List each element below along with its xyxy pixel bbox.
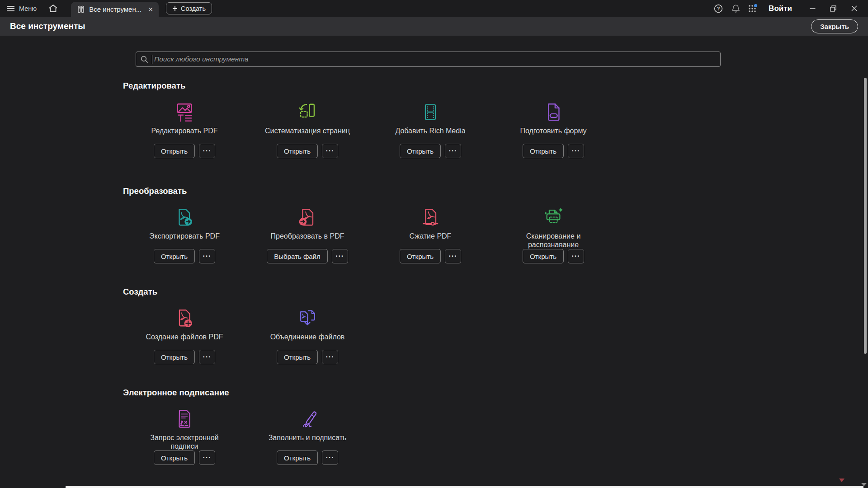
menu-button[interactable]: Меню	[0, 0, 43, 17]
restore-icon	[830, 5, 836, 12]
open-button[interactable]: Открыть	[154, 450, 195, 465]
menu-label: Меню	[19, 5, 37, 12]
apps-grid-button[interactable]	[744, 0, 761, 17]
tool-label: Объединение файлов	[270, 333, 345, 342]
minimize-icon	[810, 5, 816, 11]
tool-compress-pdf[interactable]: Сжатие PDF Открыть ···	[369, 207, 492, 263]
open-button[interactable]: Открыть	[277, 450, 318, 465]
titlebar-right: ? Войти	[710, 0, 868, 17]
page-title: Все инструменты	[10, 21, 85, 31]
tab-all-tools[interactable]: Все инструмен... ✕	[71, 2, 159, 17]
open-button[interactable]: Открыть	[277, 350, 318, 364]
tool-label: Систематизация страниц	[265, 127, 350, 136]
tab-title: Все инструмен...	[89, 5, 142, 13]
tools-row: Экспортировать PDF Открыть ···	[123, 207, 868, 263]
organize-pages-icon	[297, 102, 318, 122]
tool-label: Добавить Rich Media	[395, 127, 465, 136]
signin-button[interactable]: Войти	[761, 4, 802, 13]
tool-create-pdf[interactable]: Создание файлов PDF Открыть ···	[123, 308, 246, 364]
tool-prepare-form[interactable]: Подготовить форму Открыть ···	[492, 102, 615, 158]
section-create: Создать Создание файлов PDF Открыть	[123, 287, 868, 364]
tools-row: Редактировать PDF Открыть ···	[123, 102, 868, 158]
window-restore-button[interactable]	[823, 0, 844, 17]
tool-scan-ocr[interactable]: Сканирование и распознавание Открыть ···	[492, 207, 615, 263]
home-button[interactable]	[43, 0, 63, 17]
tool-fill-sign[interactable]: Заполнить и подписать Открыть ···	[246, 408, 369, 465]
content: Редактировать Редактировать PDF	[0, 36, 868, 488]
more-options-button[interactable]: ···	[322, 144, 338, 158]
svg-text:?: ?	[717, 6, 720, 11]
more-options-button[interactable]: ···	[199, 450, 215, 465]
tool-label: Создание файлов PDF	[146, 333, 223, 342]
more-options-button[interactable]: ···	[199, 249, 215, 263]
tool-convert-to-pdf[interactable]: Преобразовать в PDF Выбрать файл ···	[246, 207, 369, 263]
window-minimize-button[interactable]	[802, 0, 823, 17]
bell-icon	[731, 4, 740, 13]
all-tools-icon	[77, 5, 85, 13]
create-button[interactable]: Создать	[166, 2, 212, 14]
tool-label: Заполнить и подписать	[269, 434, 347, 442]
tool-label: Преобразовать в PDF	[271, 232, 344, 241]
search-input[interactable]	[154, 52, 720, 66]
tool-edit-pdf[interactable]: Редактировать PDF Открыть ···	[123, 102, 246, 158]
open-button[interactable]: Открыть	[277, 144, 318, 158]
tool-export-pdf[interactable]: Экспортировать PDF Открыть ···	[123, 207, 246, 263]
more-options-button[interactable]: ···	[445, 249, 461, 263]
tool-label: Сжатие PDF	[410, 232, 452, 241]
more-options-button[interactable]: ···	[322, 450, 338, 465]
tab-close-icon[interactable]: ✕	[148, 6, 153, 13]
more-options-button[interactable]: ···	[199, 350, 215, 364]
notifications-button[interactable]	[727, 0, 744, 17]
create-pdf-icon	[174, 308, 195, 328]
tools-row: Создание файлов PDF Открыть ···	[123, 308, 868, 364]
scroll-indicator-icon[interactable]	[839, 479, 844, 482]
combine-files-icon	[297, 308, 318, 328]
more-options-button[interactable]: ···	[568, 144, 584, 158]
more-options-button[interactable]: ···	[199, 144, 215, 158]
tool-label: Редактировать PDF	[151, 127, 218, 136]
scrollbar-thumb[interactable]	[864, 78, 867, 354]
create-label: Создать	[181, 5, 206, 12]
more-options-button[interactable]: ···	[568, 249, 584, 263]
close-icon	[851, 5, 857, 11]
search-bar	[136, 52, 721, 67]
choose-file-button[interactable]: Выбрать файл	[267, 249, 327, 263]
tool-rich-media[interactable]: Добавить Rich Media Открыть ···	[369, 102, 492, 158]
help-button[interactable]: ?	[710, 0, 727, 17]
tool-request-esign[interactable]: Запрос электронной подписи Открыть ···	[123, 408, 246, 465]
compress-pdf-icon	[420, 207, 441, 228]
home-icon	[48, 4, 58, 13]
apps-grid-icon	[747, 4, 758, 14]
tool-combine-files[interactable]: Объединение файлов Открыть ···	[246, 308, 369, 364]
tool-organize-pages[interactable]: Систематизация страниц Открыть ···	[246, 102, 369, 158]
bottom-bar	[66, 486, 863, 488]
more-options-button[interactable]: ···	[332, 249, 348, 263]
open-button[interactable]: Открыть	[154, 249, 195, 263]
convert-to-pdf-icon	[297, 207, 318, 228]
help-icon: ?	[714, 4, 723, 13]
close-page-button[interactable]: Закрыть	[811, 19, 858, 33]
more-options-button[interactable]: ···	[322, 350, 338, 364]
section-esign: Электронное подписание Запрос электронно…	[123, 388, 868, 465]
open-button[interactable]: Открыть	[523, 144, 564, 158]
tools-row: Запрос электронной подписи Открыть ···	[123, 408, 868, 465]
tool-label: Запрос электронной подписи	[140, 434, 229, 450]
fill-sign-icon	[297, 408, 318, 429]
window-close-button[interactable]	[844, 0, 864, 17]
request-esign-icon	[174, 408, 195, 429]
open-button[interactable]: Открыть	[400, 144, 441, 158]
scan-ocr-icon	[543, 207, 564, 228]
search-icon	[141, 56, 148, 63]
tool-label: Экспортировать PDF	[149, 232, 220, 241]
open-button[interactable]: Открыть	[400, 249, 441, 263]
text-caret	[152, 55, 152, 64]
more-options-button[interactable]: ···	[445, 144, 461, 158]
notification-dot	[754, 4, 757, 7]
open-button[interactable]: Открыть	[523, 249, 564, 263]
plus-icon	[172, 6, 178, 11]
section-convert: Преобразовать Экспортировать PDF Открыть	[123, 186, 868, 263]
titlebar-left: Меню Все инструмен... ✕ Создать	[0, 0, 212, 17]
open-button[interactable]: Открыть	[154, 350, 195, 364]
open-button[interactable]: Открыть	[154, 144, 195, 158]
section-title: Электронное подписание	[123, 388, 868, 398]
